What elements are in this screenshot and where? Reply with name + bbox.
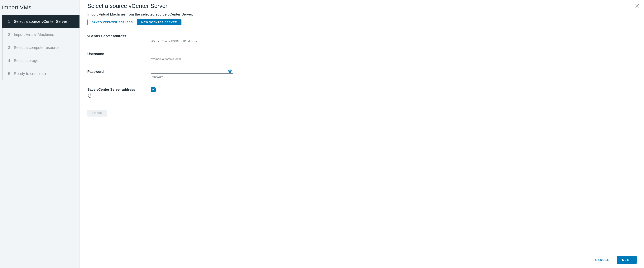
wizard-title: Import VMs [0,1,80,15]
row-username: Username example@domain.local [87,52,233,61]
eye-icon [228,71,232,74]
step-ready-complete[interactable]: 5 Ready to complete [3,67,80,80]
next-button[interactable]: NEXT [617,256,637,264]
tab-saved-servers[interactable]: SAVED VCENTER SERVERS [88,19,137,25]
username-helper: example@domain.local [151,57,233,61]
close-button[interactable] [635,3,640,9]
step-label: Select storage [14,58,38,63]
cancel-button[interactable]: CANCEL [592,256,612,264]
wizard-main: Select a source vCenter Server Import Vi… [80,0,644,268]
save-address-checkbox[interactable] [151,87,156,92]
step-number: 5 [8,72,11,76]
svg-point-2 [230,71,231,72]
step-select-compute[interactable]: 3 Select a compute resource [3,41,80,54]
show-password-button[interactable] [228,69,232,74]
username-input[interactable] [151,52,233,56]
server-mode-tabs: SAVED VCENTER SERVERS NEW VCENTER SERVER [87,19,182,25]
step-select-storage[interactable]: 4 Select storage [3,54,80,67]
address-label: vCenter Server address [87,34,151,38]
wizard-sidebar: Import VMs 1 Select a source vCenter Ser… [0,0,80,268]
step-number: 2 [8,32,11,37]
password-label: Password [87,69,151,74]
wizard-steps: 1 Select a source vCenter Server 2 Impor… [2,15,80,80]
wizard-footer: CANCEL NEXT [592,256,637,264]
row-address: vCenter Server address vCenter Server FQ… [87,34,233,43]
step-label: Ready to complete [14,72,46,76]
step-number: 3 [8,45,11,50]
step-select-source[interactable]: 1 Select a source vCenter Server [2,15,80,28]
address-input[interactable] [151,34,233,38]
username-label: Username [87,52,151,56]
password-input[interactable] [151,69,233,74]
step-label: Select a source vCenter Server [14,19,67,24]
step-number: 4 [8,58,11,63]
row-save-address: Save vCenter Server address i [87,87,233,98]
info-icon[interactable]: i [88,94,92,98]
save-address-label: Save vCenter Server address [87,88,151,92]
step-label: Select a compute resource [14,45,60,50]
step-number: 1 [8,19,11,24]
page-subheading: Import Virtual Machines from the selecte… [87,12,636,16]
row-password: Password Password [87,69,233,78]
close-icon [635,6,640,9]
step-label: Import Virtual Machines [14,32,54,37]
page-heading: Select a source vCenter Server [87,3,636,9]
check-icon [152,88,155,92]
login-form: vCenter Server address vCenter Server FQ… [87,34,233,117]
password-helper: Password [151,75,233,78]
step-import-vms[interactable]: 2 Import Virtual Machines [3,28,80,41]
login-button[interactable]: LOGIN [87,110,107,117]
tab-new-server[interactable]: NEW VCENTER SERVER [137,19,181,25]
address-helper: vCenter Server FQDN or IP address [151,39,233,43]
